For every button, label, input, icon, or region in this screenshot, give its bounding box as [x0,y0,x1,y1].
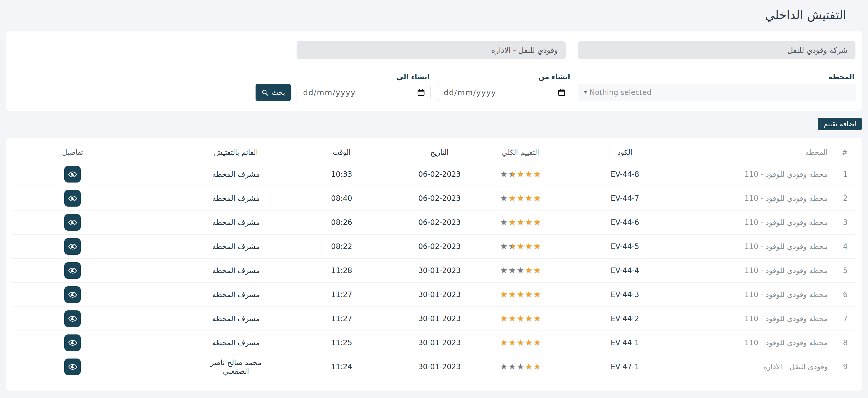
view-details-button[interactable] [64,262,81,279]
date-to-placeholder: dd/mm/yyyy [303,88,356,97]
page-title: التفتيش الداخلي [6,8,846,22]
date-to-input[interactable]: dd/mm/yyyy [297,84,431,101]
cell-code: EV-44-4 [550,259,700,283]
view-details-button[interactable] [64,359,81,375]
cell-num: 1 [828,162,856,187]
add-rating-button[interactable]: اضافه تقييم [818,118,862,130]
date-from-placeholder: dd/mm/yyyy [444,88,496,97]
eye-icon [68,218,78,227]
station-select[interactable]: Nothing selected [578,84,856,101]
table-row: 3 محطه وقودي للوقود - 110 EV-44-6 ★★★★★ … [12,210,856,234]
search-button[interactable]: بحث [255,84,291,101]
rating-stars: ★★★★★ [500,266,540,274]
eye-icon [68,170,78,179]
filter-card: شركة وقودي للنقل وقودي للنقل - الاداره ا… [6,31,862,111]
cell-station: محطه وقودي للوقود - 110 [700,187,828,210]
cell-time: 08:26 [274,210,389,234]
date-from-input[interactable]: dd/mm/yyyy [437,84,571,101]
view-details-button[interactable] [64,214,81,231]
calendar-icon[interactable] [417,88,425,96]
eye-icon [68,362,78,372]
branch-select[interactable]: وقودي للنقل - الاداره [297,41,566,59]
cell-date: 30-01-2023 [389,331,490,355]
view-details-button[interactable] [64,166,81,182]
eye-icon [68,266,78,275]
cell-details [12,187,198,210]
cell-date: 30-01-2023 [389,355,490,379]
table-body: 1 محطه وقودي للوقود - 110 EV-44-8 ★★★★★★… [12,162,856,379]
cell-details [12,307,198,331]
table-row: 8 محطه وقودي للوقود - 110 EV-44-1 ★★★★★ … [12,331,856,355]
cell-details [12,283,198,307]
cell-station: محطه وقودي للوقود - 110 [700,307,828,331]
rating-stars: ★★★★★ [500,314,540,322]
cell-station: محطه وقودي للوقود - 110 [700,331,828,355]
cell-station: محطه وقودي للوقود - 110 [700,234,828,259]
table-row: 5 محطه وقودي للوقود - 110 EV-44-4 ★★★★★ … [12,259,856,283]
rating-stars: ★★★★★ [500,194,540,202]
header-details: تفاصيل [12,141,198,162]
header-rating: التقييم الكلي [490,141,550,162]
view-details-button[interactable] [64,238,81,255]
table-row: 6 محطه وقودي للوقود - 110 EV-44-3 ★★★★★ … [12,283,856,307]
rating-stars: ★★★★★ [500,363,540,371]
cell-num: 5 [828,259,856,283]
header-date: التاريخ [389,141,490,162]
cell-code: EV-44-6 [550,210,700,234]
table-row: 1 محطه وقودي للوقود - 110 EV-44-8 ★★★★★★… [12,162,856,187]
view-details-button[interactable] [64,335,81,351]
table-row: 4 محطه وقودي للوقود - 110 EV-44-5 ★★★★★★… [12,234,856,259]
branch-select-value: وقودي للنقل - الاداره [491,46,558,55]
header-inspector: القائم بالتفتيش [198,141,274,162]
company-select[interactable]: شركة وقودي للنقل [578,41,856,59]
cell-inspector: مشرف المحطه [198,259,274,283]
cell-inspector: مشرف المحطه [198,187,274,210]
cell-num: 6 [828,283,856,307]
cell-num: 8 [828,331,856,355]
cell-details [12,234,198,259]
cell-num: 9 [828,355,856,379]
rating-stars: ★★★★★ [500,218,540,226]
cell-code: EV-47-1 [550,355,700,379]
view-details-button[interactable] [64,310,81,327]
eye-icon [68,314,78,323]
date-from-field: انشاء من dd/mm/yyyy [437,73,571,101]
view-details-button[interactable] [64,286,81,303]
cell-time: 11:28 [274,259,389,283]
cell-rating: ★★★★★★ [490,162,550,187]
cell-code: EV-44-8 [550,162,700,187]
cell-details [12,259,198,283]
table-row: 9 وقودي للنقل - الاداره EV-47-1 ★★★★★ 30… [12,355,856,379]
date-to-label: انشاء الي [297,73,430,81]
cell-date: 30-01-2023 [389,283,490,307]
cell-inspector: مشرف المحطه [198,307,274,331]
cell-rating: ★★★★★ [490,307,550,331]
cell-time: 11:27 [274,283,389,307]
cell-time: 11:24 [274,355,389,379]
station-label: المحطه [578,73,855,81]
calendar-icon[interactable] [558,88,566,96]
cell-time: 11:27 [274,307,389,331]
cell-num: 3 [828,210,856,234]
cell-rating: ★★★★★★ [490,234,550,259]
view-details-button[interactable] [64,190,81,206]
cell-code: EV-44-1 [550,331,700,355]
table-row: 2 محطه وقودي للوقود - 110 EV-44-7 ★★★★★ … [12,187,856,210]
cell-date: 06-02-2023 [389,234,490,259]
cell-num: 2 [828,187,856,210]
cell-details [12,331,198,355]
eye-icon [68,194,78,203]
cell-inspector: مشرف المحطه [198,210,274,234]
cell-rating: ★★★★★ [490,187,550,210]
table-row: 7 محطه وقودي للوقود - 110 EV-44-2 ★★★★★ … [12,307,856,331]
cell-inspector: مشرف المحطه [198,162,274,187]
cell-station: محطه وقودي للوقود - 110 [700,283,828,307]
cell-station: محطه وقودي للوقود - 110 [700,259,828,283]
search-icon [261,89,269,96]
cell-rating: ★★★★★ [490,210,550,234]
cell-code: EV-44-7 [550,187,700,210]
rating-stars: ★★★★★ [500,290,540,298]
header-time: الوقت [274,141,389,162]
search-button-label: بحث [272,88,285,96]
rating-stars: ★★★★★ [500,338,540,346]
